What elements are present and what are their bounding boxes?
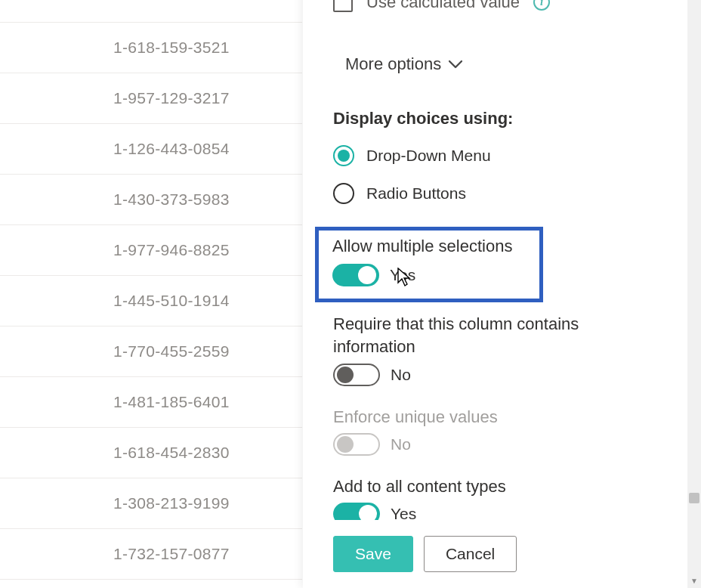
list-item-label: 1-977-946-8825	[113, 241, 230, 259]
list-item[interactable]: 1-430-373-5983	[0, 175, 302, 225]
vertical-scrollbar[interactable]: ▼	[687, 0, 701, 588]
allow-multiple-selections-value: Yes	[390, 266, 415, 284]
list-item[interactable]: 1-445-510-1914	[0, 276, 302, 326]
list-item-label: 1-957-129-3217	[113, 89, 230, 107]
list-item-label: 1-618-159-3521	[113, 39, 230, 57]
require-information-toggle[interactable]	[333, 364, 380, 386]
display-choice-dropdown[interactable]: Drop-Down Menu	[333, 145, 657, 166]
enforce-unique-values-toggle	[333, 433, 380, 456]
allow-multiple-selections-toggle[interactable]	[332, 264, 379, 286]
list-item-label: 1-618-454-2830	[113, 444, 230, 462]
chevron-down-icon	[449, 60, 462, 69]
info-icon[interactable]	[533, 0, 550, 11]
list-item[interactable]: 1-770-455-2559	[0, 326, 302, 377]
display-choices-heading: Display choices using:	[333, 109, 657, 128]
list-item-label: 1-126-443-0854	[113, 140, 230, 158]
add-to-content-types-toggle[interactable]	[333, 503, 380, 520]
list-item[interactable]	[0, 0, 302, 23]
panel-footer: Save Cancel	[303, 520, 687, 588]
list-item-label: 1-770-455-2559	[113, 342, 230, 361]
require-information-value: No	[391, 366, 411, 384]
list-item[interactable]: 1-308-213-9199	[0, 478, 302, 529]
background-list: 1-618-159-3521 1-957-129-3217 1-126-443-…	[0, 0, 302, 588]
use-calculated-value-label: Use calculated value	[366, 0, 520, 12]
list-item[interactable]: 1-977-946-8825	[0, 225, 302, 276]
list-item[interactable]: 1-618-454-2830	[0, 428, 302, 478]
save-button[interactable]: Save	[333, 536, 413, 571]
list-item-label: 1-732-157-0877	[113, 545, 230, 563]
list-item[interactable]: 1-957-129-3217	[0, 73, 302, 124]
use-calculated-value-checkbox[interactable]	[333, 0, 353, 12]
radio-icon	[333, 145, 354, 166]
list-item-label: 1-430-373-5983	[113, 190, 230, 209]
scrollbar-thumb[interactable]	[689, 493, 699, 503]
enforce-unique-values-heading: Enforce unique values	[333, 407, 657, 427]
require-information-heading: Require that this column contains inform…	[333, 313, 657, 357]
display-choice-radio[interactable]: Radio Buttons	[333, 183, 657, 204]
cancel-button[interactable]: Cancel	[424, 536, 517, 571]
list-item-label: 1-481-185-6401	[113, 393, 230, 411]
list-item-label: 1-308-213-9199	[113, 494, 230, 512]
list-item-label: 1-445-510-1914	[113, 292, 230, 310]
list-item[interactable]: 1-732-157-0877	[0, 529, 302, 580]
allow-multiple-selections-heading: Allow multiple selections	[332, 237, 530, 256]
add-to-content-types-value: Yes	[391, 505, 416, 520]
column-settings-panel: Use calculated value More options Displa…	[303, 0, 687, 588]
add-to-content-types-heading: Add to all content types	[333, 477, 657, 497]
display-choice-dropdown-label: Drop-Down Menu	[366, 147, 491, 165]
list-item[interactable]: 1-618-159-3521	[0, 23, 302, 73]
more-options-toggle[interactable]: More options	[345, 54, 657, 74]
more-options-label: More options	[345, 54, 441, 74]
scrollbar-arrow-down-icon[interactable]: ▼	[687, 576, 701, 586]
allow-multiple-selections-highlight: Allow multiple selections Yes	[315, 227, 543, 302]
list-item[interactable]: 1-126-443-0854	[0, 124, 302, 175]
list-item[interactable]: 1-481-185-6401	[0, 377, 302, 428]
radio-icon	[333, 183, 354, 204]
display-choice-radio-label: Radio Buttons	[366, 184, 466, 203]
enforce-unique-values-value: No	[391, 435, 411, 453]
